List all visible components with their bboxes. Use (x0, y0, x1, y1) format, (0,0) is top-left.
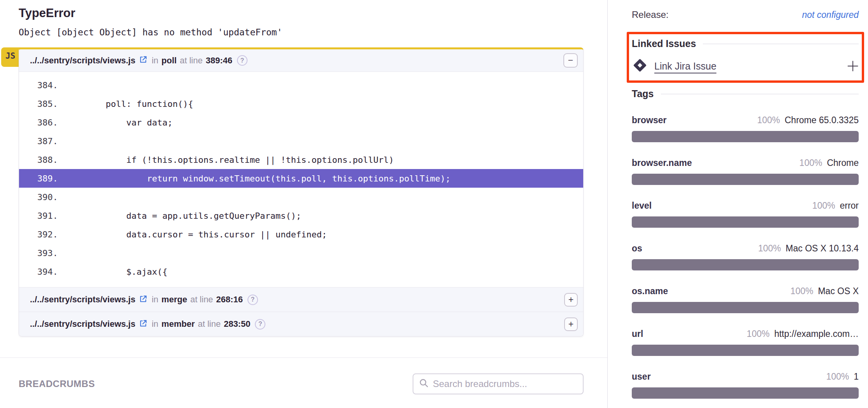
tag-distribution-bar[interactable] (632, 131, 859, 142)
at-line-label: at line (180, 56, 203, 66)
breadcrumbs-title: BREADCRUMBS (19, 378, 95, 389)
release-label: Release: (632, 9, 669, 20)
tag-row-os.name: os.name100%Mac OS X (632, 285, 859, 313)
tag-summary: 100%Mac OS X (790, 285, 859, 297)
line-number: 389. (19, 174, 58, 183)
code-text: return window.setTimeout(this.poll, this… (64, 174, 450, 183)
line-number: 391. (19, 211, 58, 221)
tag-summary: 100%Mac OS X 10.13.4 (758, 242, 859, 254)
tag-percent: 100% (826, 371, 849, 382)
tag-row-os: os100%Mac OS X 10.13.4 (632, 242, 859, 270)
frame-function: merge (162, 295, 187, 305)
tag-row-level: level100%error (632, 200, 859, 228)
help-icon[interactable]: ? (237, 55, 248, 66)
tags-list: browser100%Chrome 65.0.3325browser.name1… (632, 114, 859, 399)
tag-head: user100%1 (632, 371, 859, 382)
tag-name[interactable]: level (632, 200, 652, 211)
frame-header-merge[interactable]: ../../sentry/scripts/views.js in merge a… (19, 287, 583, 312)
frame-line-number: 389:46 (206, 56, 232, 66)
in-label: in (152, 295, 158, 305)
code-line: 393. (19, 244, 583, 262)
line-number: 392. (19, 230, 58, 239)
error-message: Object [object Object] has no method 'up… (19, 27, 584, 37)
tag-value: Mac OS X (818, 285, 859, 297)
line-number: 388. (19, 155, 58, 165)
frame-line-number: 268:16 (216, 295, 243, 305)
frame-file: ../../sentry/scripts/views.js (30, 295, 135, 305)
add-linked-issue-button[interactable] (847, 60, 859, 72)
code-text: var data; (64, 118, 173, 127)
frame-function: poll (162, 56, 177, 66)
main-column: TypeError Object [object Object] has no … (0, 0, 607, 408)
linked-issues-header: Linked Issues (632, 38, 859, 49)
header-rule (703, 44, 859, 44)
line-number: 393. (19, 248, 58, 258)
search-icon (419, 378, 429, 390)
tag-percent: 100% (790, 285, 813, 297)
tag-summary: 100%Chrome 65.0.3325 (757, 114, 859, 126)
code-line: 388. if (!this.options.realtime || !this… (19, 150, 583, 169)
tag-distribution-bar[interactable] (632, 345, 859, 356)
tags-title: Tags (632, 88, 654, 99)
code-block: 384.385. poll: function(){386. var data;… (19, 72, 583, 287)
help-icon[interactable]: ? (248, 295, 258, 305)
tag-percent: 100% (812, 200, 835, 211)
tag-row-browser.name: browser.name100%Chrome (632, 157, 859, 185)
tag-summary: 100%1 (826, 371, 859, 382)
tag-summary: 100%error (812, 200, 859, 211)
tag-head: level100%error (632, 200, 859, 211)
tag-summary: 100%http://example.com… (747, 328, 859, 340)
external-link-icon[interactable] (139, 55, 148, 66)
stacktrace: JS ../../sentry/scripts/views.js in poll… (19, 47, 584, 337)
tag-name[interactable]: url (632, 328, 643, 340)
frame-header-poll[interactable]: ../../sentry/scripts/views.js in poll at… (19, 49, 583, 72)
tag-head: browser.name100%Chrome (632, 157, 859, 169)
breadcrumbs-search[interactable] (413, 373, 584, 394)
in-label: in (152, 56, 158, 66)
tag-name[interactable]: browser (632, 114, 666, 126)
tag-percent: 100% (747, 328, 770, 340)
external-link-icon[interactable] (139, 319, 148, 330)
line-number: 387. (19, 136, 58, 146)
tag-row-browser: browser100%Chrome 65.0.3325 (632, 114, 859, 142)
help-icon[interactable]: ? (255, 319, 265, 330)
code-line-highlighted: 389. return window.setTimeout(this.poll,… (19, 169, 583, 188)
frame-header-member[interactable]: ../../sentry/scripts/views.js in member … (19, 312, 583, 336)
code-text: if (!this.options.realtime || !this.opti… (64, 155, 394, 165)
tag-distribution-bar[interactable] (632, 174, 859, 185)
stacktrace-frame-container: ../../sentry/scripts/views.js in poll at… (19, 47, 584, 337)
code-text: data = app.utils.getQueryParams(); (64, 211, 301, 221)
tag-name[interactable]: os (632, 242, 642, 254)
tag-head: url100%http://example.com… (632, 328, 859, 340)
tag-name[interactable]: browser.name (632, 157, 692, 169)
tag-percent: 100% (758, 242, 781, 254)
link-jira-issue-row: Link Jira Issue (632, 57, 859, 75)
release-configure-link[interactable]: not configured (802, 10, 859, 20)
code-line: 387. (19, 132, 583, 150)
tag-row-url: url100%http://example.com… (632, 328, 859, 356)
tag-percent: 100% (799, 157, 822, 169)
tags-header: Tags (632, 88, 859, 99)
tag-distribution-bar[interactable] (632, 387, 859, 399)
code-line: 394. $.ajax({ (19, 262, 583, 281)
expand-frame-button[interactable]: + (564, 293, 578, 307)
tag-distribution-bar[interactable] (632, 259, 859, 270)
breadcrumbs-header: BREADCRUMBS (0, 358, 607, 394)
search-input[interactable] (433, 378, 577, 389)
page-title: TypeError (19, 5, 584, 21)
expand-frame-button[interactable]: + (564, 317, 578, 331)
link-jira-issue-link[interactable]: Link Jira Issue (654, 61, 716, 72)
line-number: 385. (19, 99, 58, 109)
tag-name[interactable]: os.name (632, 285, 668, 297)
collapse-frame-button[interactable]: − (563, 53, 578, 68)
at-line-label: at line (190, 295, 213, 305)
code-text: poll: function(){ (64, 99, 193, 109)
code-line: 386. var data; (19, 113, 583, 132)
tag-distribution-bar[interactable] (632, 302, 859, 313)
linked-issues-title: Linked Issues (632, 38, 696, 49)
tag-name[interactable]: user (632, 371, 651, 382)
tag-head: browser100%Chrome 65.0.3325 (632, 114, 859, 126)
tag-value: Chrome (827, 157, 859, 169)
tag-distribution-bar[interactable] (632, 216, 859, 228)
external-link-icon[interactable] (139, 295, 148, 306)
